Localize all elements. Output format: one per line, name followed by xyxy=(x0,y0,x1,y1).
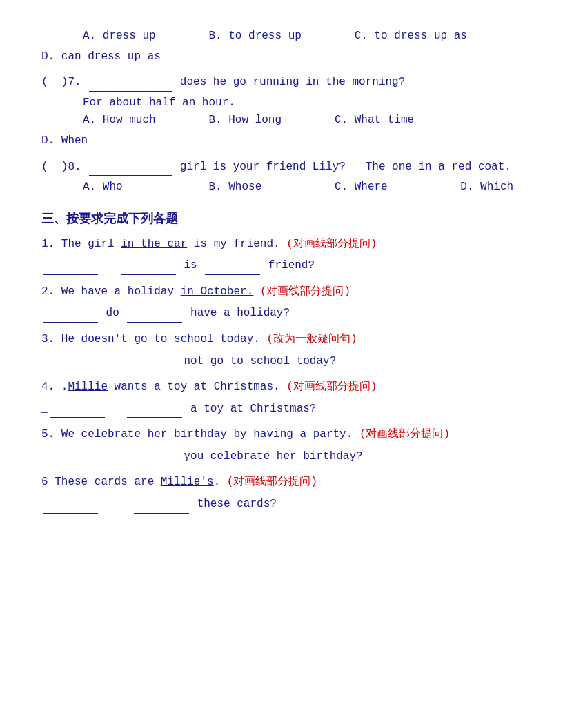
s3-q1-answer: is friend? xyxy=(41,257,522,275)
q7-options: A. How much B. How long C. What time xyxy=(41,112,522,130)
q8-option-c: C. Where xyxy=(335,181,388,193)
s3-q4-blank1[interactable] xyxy=(50,417,105,418)
q6-option-row1: A. dress up B. to dress up C. to dress u… xyxy=(41,28,522,46)
s3-q6-underline: Millie's xyxy=(161,476,214,488)
s3-q4-question: 4. .Millie wants a toy at Christmas. (对画… xyxy=(41,378,522,396)
q7-option-c: C. What time xyxy=(335,114,414,126)
s3-q1-blank2[interactable] xyxy=(121,274,176,275)
s3-q5-underline: by having a party xyxy=(233,428,346,441)
s3-q5-blank1[interactable] xyxy=(43,465,98,465)
s3-q1-underline: in the car xyxy=(121,238,187,250)
s3-q3-hint: (改为一般疑问句) xyxy=(266,333,357,345)
s3-q6-question: 6 These cards are Millie's. (对画线部分提问) xyxy=(41,474,522,492)
s3-q5-block: 5. We celebrate her birthday by having a… xyxy=(41,426,522,465)
s3-q2-question: 2. We have a holiday in October. (对画线部分提… xyxy=(41,283,522,301)
s3-q2-blank2[interactable] xyxy=(127,322,182,323)
q8-number: ( )8. xyxy=(41,161,88,173)
s3-q4-blank2[interactable] xyxy=(127,417,182,418)
s3-q2-underline: in October. xyxy=(181,285,254,298)
s3-q3-block: 3. He doesn't go to school today. (改为一般疑… xyxy=(41,331,522,370)
s3-q4-block: 4. .Millie wants a toy at Christmas. (对画… xyxy=(41,378,522,418)
s3-q2-block: 2. We have a holiday in October. (对画线部分提… xyxy=(41,283,522,323)
q7-sub: For about half an hour. xyxy=(41,94,522,112)
q6-options: A. dress up B. to dress up C. to dress u… xyxy=(41,28,522,65)
s3-q6-hint: (对画线部分提问) xyxy=(227,476,317,488)
s3-q3-answer: not go to school today? xyxy=(41,353,522,371)
q7-option-d: D. When xyxy=(41,132,522,150)
s3-q1-text2: is my friend. xyxy=(187,238,286,250)
q6-option-d: D. can dress up as xyxy=(41,48,522,66)
q7-answer-blank[interactable] xyxy=(89,91,172,92)
q8-text: girl is your friend Lily? The one in a r… xyxy=(180,161,511,173)
q6-option-c: C. to dress up as xyxy=(355,30,467,42)
q7-text: does he go running in the morning? xyxy=(180,76,405,88)
s3-q2-answer: do have a holiday? xyxy=(41,305,522,323)
q6-option-a: A. dress up xyxy=(83,30,156,42)
s3-q4-hint: (对画线部分提问) xyxy=(286,381,377,393)
s3-q5-hint: (对画线部分提问) xyxy=(359,428,450,441)
q7-number: ( )7. xyxy=(41,76,88,88)
q8-option-b: B. Whose xyxy=(208,181,261,193)
s3-q5-answer: you celebrate her birthday? xyxy=(41,448,522,466)
s3-q3-blank2[interactable] xyxy=(121,370,176,370)
q8-answer-blank[interactable] xyxy=(89,175,172,176)
s3-q5-blank2[interactable] xyxy=(121,465,176,465)
s3-q5-question: 5. We celebrate her birthday by having a… xyxy=(41,426,522,444)
s3-q2-hint: (对画线部分提问) xyxy=(260,285,350,298)
s3-q1-hint: (对画线部分提问) xyxy=(286,238,377,250)
q6-option-b: B. to dress up xyxy=(208,30,301,42)
s3-q6-blank1[interactable] xyxy=(43,513,98,514)
s3-q1-blank3[interactable] xyxy=(205,274,260,275)
s3-q3-question: 3. He doesn't go to school today. (改为一般疑… xyxy=(41,331,522,349)
s3-q1-question: 1. The girl in the car is my friend. (对画… xyxy=(41,236,522,254)
s3-q6-block: 6 These cards are Millie's. (对画线部分提问) th… xyxy=(41,474,522,513)
s3-q2-blank1[interactable] xyxy=(43,322,98,323)
s3-q6-answer: these cards? xyxy=(41,496,522,514)
q8-question: ( )8. girl is your friend Lily? The one … xyxy=(41,159,522,176)
s3-q1-label: 1. The girl xyxy=(41,238,121,250)
s3-q1-block: 1. The girl in the car is my friend. (对画… xyxy=(41,236,522,275)
s3-q6-blank2[interactable] xyxy=(134,513,189,514)
q7-option-a: A. How much xyxy=(83,114,156,126)
q8-option-a: A. Who xyxy=(83,181,123,193)
q7-question: ( )7. does he go running in the morning? xyxy=(41,74,522,92)
q8-block: ( )8. girl is your friend Lily? The one … xyxy=(41,159,522,196)
s3-q3-blank1[interactable] xyxy=(43,370,98,370)
q7-block: ( )7. does he go running in the morning?… xyxy=(41,74,522,150)
q8-options: A. Who B. Whose C. Where D. Which xyxy=(41,179,522,196)
q8-option-d: D. Which xyxy=(460,181,513,193)
s3-q4-underline: Millie xyxy=(68,381,108,393)
q7-option-b: B. How long xyxy=(208,114,282,126)
s3-q1-blank1[interactable] xyxy=(43,274,98,275)
s3-q4-answer: _ a toy at Christmas? xyxy=(41,401,522,418)
section3-header: 三、按要求完成下列各题 xyxy=(41,209,522,229)
